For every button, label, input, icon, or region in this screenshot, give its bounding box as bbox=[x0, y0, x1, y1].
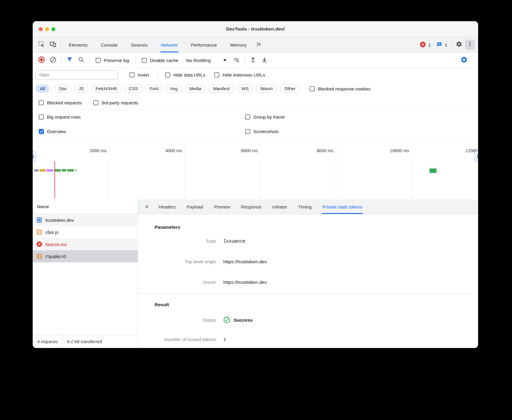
blocked-response-cookies-checkbox[interactable]: Blocked response cookies bbox=[310, 86, 370, 91]
chip-wasm[interactable]: Wasm bbox=[256, 85, 277, 93]
parameter-row-issuer: Issuerhttps://trusttoken.dev bbox=[155, 280, 478, 285]
parameter-value: https://trusttoken.dev bbox=[223, 280, 267, 285]
filter-input[interactable] bbox=[36, 70, 118, 80]
chip-manifest[interactable]: Manifest bbox=[209, 85, 234, 93]
export-har-button[interactable] bbox=[248, 55, 258, 65]
chip-all[interactable]: All bbox=[36, 85, 49, 93]
zoom-window-button[interactable] bbox=[51, 27, 55, 31]
timeline-right-handle[interactable] bbox=[475, 151, 478, 162]
chip-img[interactable]: Img bbox=[166, 85, 182, 93]
clear-network-log-button[interactable] bbox=[48, 55, 58, 65]
tab-performance[interactable]: Performance bbox=[190, 37, 218, 52]
timeline-gridline bbox=[185, 139, 185, 199]
chip-font[interactable]: Font bbox=[146, 85, 163, 93]
tab-elements[interactable]: Elements bbox=[68, 37, 88, 52]
toggle-device-toolbar-button[interactable] bbox=[47, 37, 59, 52]
tab-bar-spacer bbox=[265, 37, 417, 52]
invert-checkbox[interactable]: Invert bbox=[130, 72, 149, 77]
import-har-button[interactable] bbox=[259, 55, 270, 65]
network-main-area: Name trusttoken.devcbor.jsfavicon.icoi?p… bbox=[33, 199, 478, 348]
status-label: Status bbox=[155, 317, 216, 323]
issues-count: 1 bbox=[445, 42, 447, 48]
big-request-rows-checkbox[interactable]: Big request rows bbox=[39, 114, 81, 120]
selected-request-marker[interactable] bbox=[430, 169, 436, 173]
checkbox-box-icon bbox=[142, 58, 147, 63]
inspect-element-button[interactable] bbox=[36, 37, 47, 52]
checkbox-label: Invert bbox=[138, 72, 149, 77]
request-details-pane: ✕ HeadersPayloadPreviewResponseInitiator… bbox=[138, 199, 478, 348]
chip-js[interactable]: JS bbox=[74, 85, 88, 93]
request-row-favicon-ico[interactable]: favicon.ico bbox=[33, 238, 138, 250]
hide-extension-urls-checkbox[interactable]: Hide extension URLs bbox=[214, 72, 265, 77]
tab-memory[interactable]: Memory bbox=[230, 37, 247, 52]
more-tabs-button[interactable] bbox=[253, 37, 265, 52]
preserve-log-checkbox[interactable]: Preserve log bbox=[96, 58, 129, 63]
timeline-gridline bbox=[109, 139, 109, 199]
record-network-log-button[interactable] bbox=[36, 55, 47, 65]
chip-ws[interactable]: WS bbox=[237, 85, 253, 93]
group-by-frame-checkbox[interactable]: Group by frame bbox=[245, 114, 285, 120]
close-details-button[interactable]: ✕ bbox=[140, 199, 153, 214]
settings-button[interactable] bbox=[453, 37, 465, 52]
details-tab-preview[interactable]: Preview bbox=[213, 199, 231, 214]
document-icon bbox=[36, 217, 42, 223]
blocked-requests-checkbox[interactable]: Blocked requests bbox=[39, 100, 82, 105]
network-settings-button[interactable] bbox=[459, 55, 469, 65]
search-button[interactable] bbox=[76, 55, 86, 65]
disable-cache-checkbox[interactable]: Disable cache bbox=[142, 58, 178, 63]
request-row-i-public-0[interactable]: i?public=0 bbox=[33, 250, 138, 262]
overview-checkbox[interactable]: Overview bbox=[39, 129, 66, 134]
network-conditions-button[interactable] bbox=[231, 55, 241, 65]
details-tab-headers[interactable]: Headers bbox=[158, 199, 176, 214]
private-state-tokens-content: Parameters TypeIssuanceTop level originh… bbox=[138, 214, 478, 348]
tab-sources[interactable]: Sources bbox=[130, 37, 148, 52]
throttling-dropdown[interactable]: No throttling bbox=[186, 58, 226, 63]
success-check-icon bbox=[223, 317, 230, 323]
parameters-heading: Parameters bbox=[155, 225, 478, 230]
timeline-tick-label: 4000 ms bbox=[165, 148, 182, 153]
details-tab-private-state-tokens[interactable]: Private state tokens bbox=[322, 199, 363, 214]
tab-network[interactable]: Network bbox=[160, 37, 178, 52]
parameter-label: Top level origin bbox=[155, 259, 216, 264]
errors-badge[interactable]: 1 bbox=[420, 37, 431, 52]
divider bbox=[60, 40, 61, 49]
details-tab-timing[interactable]: Timing bbox=[297, 199, 312, 214]
script-icon bbox=[36, 229, 42, 235]
request-name: i?public=0 bbox=[45, 254, 66, 259]
chip-doc[interactable]: Doc bbox=[55, 85, 71, 93]
close-window-button[interactable] bbox=[39, 27, 43, 31]
request-row-trusttoken-dev[interactable]: trusttoken.dev bbox=[33, 214, 138, 226]
network-toolbar: Preserve log Disable cache No throttling bbox=[33, 53, 478, 68]
requests-table: Name trusttoken.devcbor.jsfavicon.icoi?p… bbox=[33, 199, 138, 348]
timeline-left-handle[interactable] bbox=[33, 151, 36, 162]
network-overview-timeline[interactable]: 2000 ms4000 ms6000 ms8000 ms10000 ms1200… bbox=[33, 139, 478, 199]
checkbox-label: Preserve log bbox=[104, 58, 129, 63]
chip-css[interactable]: CSS bbox=[125, 85, 142, 93]
name-column-header[interactable]: Name bbox=[33, 199, 138, 214]
chip-other[interactable]: Other bbox=[280, 85, 300, 93]
issues-badge[interactable]: 1 bbox=[436, 37, 447, 52]
checkbox-box-icon bbox=[245, 114, 250, 120]
screenshots-checkbox[interactable]: Screenshots bbox=[245, 129, 278, 134]
hide-data-urls-checkbox[interactable]: Hide data URLs bbox=[165, 72, 205, 77]
request-activity-segment bbox=[47, 169, 53, 172]
details-tab-response[interactable]: Response bbox=[240, 199, 262, 214]
tab-console[interactable]: Console bbox=[100, 37, 118, 52]
chip-media[interactable]: Media bbox=[185, 85, 206, 93]
customize-devtools-button[interactable] bbox=[465, 40, 475, 50]
status-row: Status Success bbox=[155, 317, 478, 323]
minimize-window-button[interactable] bbox=[45, 27, 49, 31]
request-row-cbor-js[interactable]: cbor.js bbox=[33, 226, 138, 238]
network-status-bar: 4 requests 6.2 kB transferred bbox=[33, 335, 138, 348]
download-icon bbox=[261, 56, 268, 64]
view-options-row-1: Big request rows Group by frame bbox=[33, 110, 478, 124]
chip-fetch-xhr[interactable]: Fetch/XHR bbox=[91, 85, 121, 93]
devtools-window: DevTools - trusttoken.dev/ ElementsConso… bbox=[33, 21, 478, 348]
checkbox-box-icon bbox=[310, 86, 315, 91]
error-count: 1 bbox=[428, 42, 431, 48]
details-tab-initiator[interactable]: Initiator bbox=[272, 199, 288, 214]
third-party-requests-checkbox[interactable]: 3rd-party requests bbox=[93, 100, 138, 105]
devtools-tab-bar: ElementsConsoleSourcesNetworkPerformance… bbox=[33, 37, 478, 53]
details-tab-payload[interactable]: Payload bbox=[186, 199, 204, 214]
filter-toggle-button[interactable] bbox=[64, 55, 75, 65]
